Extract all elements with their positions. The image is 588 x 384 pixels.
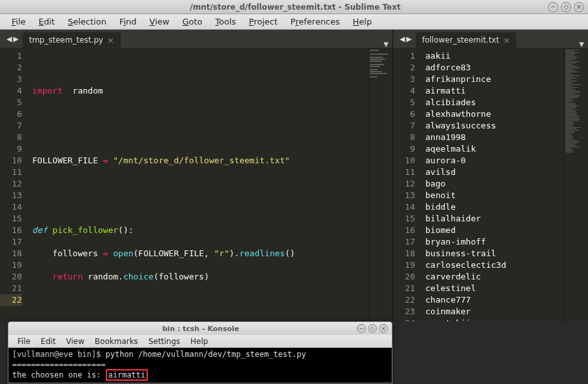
tab-followers[interactable]: follower_steemit.txt × [416,32,516,48]
gutter-left: 12345678910111213141516171819202122 [0,48,28,321]
list-item: afrikanprince [425,74,560,85]
editor-left[interactable]: 12345678910111213141516171819202122 impo… [0,48,392,321]
tab-close-icon[interactable]: × [503,35,510,45]
menu-project[interactable]: Project [243,15,285,28]
pane-right: ◀ ▶ follower_steemit.txt × ▼ 12345678910… [393,30,588,321]
konsole-menu-bookmarks[interactable]: Bookmarks [90,336,143,347]
window-titlebar: /mnt/store_d/follower_steemit.txt - Subl… [0,0,588,14]
list-item: celestinel [425,283,560,294]
window-controls: − ◇ × [548,2,584,12]
konsole-titlebar: bin : tcsh - Konsole − ◇ × [8,322,392,335]
konsole-minimize-button[interactable]: − [357,324,366,333]
menu-find[interactable]: Find [113,15,143,28]
maximize-button[interactable]: ◇ [561,2,571,12]
list-item: always1success [425,120,560,132]
list-item: anna1998 [425,132,560,143]
menubar: File Edit Selection Find View Goto Tools… [0,14,588,30]
tabbar-menu-icon[interactable]: ▼ [579,41,584,48]
pane-left: ◀ ▶ tmp_steem_test.py × ▼ 12345678910111… [0,30,393,321]
list-item: business-trail [425,248,560,259]
terminal-prompt: [vullmann@eve bin]$ [12,350,106,359]
tab-tmp-steem[interactable]: tmp_steem_test.py × [23,32,121,48]
list-item: benoit [425,190,560,201]
tab-prev-icon[interactable]: ◀ [6,35,12,43]
code-right[interactable]: aakiiadforce83afrikanprinceairmattialcib… [421,48,563,321]
close-button[interactable]: × [574,2,584,12]
tab-label: tmp_steem_test.py [29,35,103,45]
tabbar-right: ◀ ▶ follower_steemit.txt × ▼ [393,30,588,48]
gutter-right: 1234567891011121314151617181920212223242… [393,48,421,321]
terminal-result-label: the choosen one is: [12,370,106,379]
terminal-command: python /home/vullmann/dev/tmp_steem_test… [106,350,307,359]
list-item: aurora-0 [425,155,560,167]
list-item: chance777 [425,294,560,306]
konsole-maximize-button[interactable]: ◇ [368,324,377,333]
konsole-window: bin : tcsh - Konsole − ◇ × File Edit Vie… [8,321,392,383]
list-item: airmatti [425,85,560,97]
menu-goto[interactable]: Goto [176,15,208,28]
list-item: aqeelmalik [425,143,560,155]
list-item: avilsd [425,167,560,178]
menu-tools[interactable]: Tools [209,15,243,28]
tabbar-menu-icon[interactable]: ▼ [383,41,389,48]
list-item: carloseclectic3d [425,259,560,271]
list-item: carverdelic [425,271,560,283]
list-item: coinmaker [425,306,560,318]
list-item: bryan-imhoff [425,236,560,248]
window-title: /mnt/store_d/follower_steemit.txt - Subl… [43,3,548,12]
code-left[interactable]: import random FOLLOWER_FILE = "/mnt/stor… [28,48,368,321]
minimize-button[interactable]: − [548,2,558,12]
minimap-left[interactable] [368,48,392,321]
konsole-title: bin : tcsh - Konsole [45,325,357,333]
konsole-menubar: File Edit View Bookmarks Settings Help [8,335,392,348]
tabbar-left: ◀ ▶ tmp_steem_test.py × ▼ [0,30,392,48]
list-item: aakii [425,50,560,62]
menu-selection[interactable]: Selection [61,15,113,28]
konsole-menu-help[interactable]: Help [185,336,213,347]
list-item: alcibiades [425,97,560,108]
konsole-menu-file[interactable]: File [12,336,35,347]
list-item: bago [425,178,560,190]
terminal-result-value: airmatti [106,369,148,381]
konsole-terminal[interactable]: [vullmann@eve bin]$ python /home/vullman… [8,348,392,381]
terminal-separator: ==================== [12,359,388,370]
tab-prev-icon[interactable]: ◀ [400,35,405,43]
menu-view[interactable]: View [143,15,176,28]
menu-edit[interactable]: Edit [32,15,61,28]
konsole-menu-view[interactable]: View [61,336,89,347]
editor-right[interactable]: 1234567891011121314151617181920212223242… [393,48,588,321]
list-item: biomed [425,225,560,236]
list-item: bilalhaider [425,213,560,225]
konsole-menu-settings[interactable]: Settings [143,336,185,347]
list-item: cryptokiing [425,318,560,321]
konsole-menu-edit[interactable]: Edit [35,336,61,347]
minimap-right[interactable] [563,48,588,321]
list-item: adforce83 [425,62,560,74]
list-item: biddle [425,201,560,213]
tab-next-icon[interactable]: ▶ [13,35,18,43]
tab-label: follower_steemit.txt [422,35,499,45]
tab-close-icon[interactable]: × [107,35,114,45]
list-item: alexhawthorne [425,108,560,120]
menu-file[interactable]: File [5,15,32,28]
tab-next-icon[interactable]: ▶ [406,35,411,43]
menu-preferences[interactable]: Preferences [284,15,346,28]
menu-help[interactable]: Help [347,15,379,28]
konsole-close-button[interactable]: × [379,324,388,333]
editor-panes: ◀ ▶ tmp_steem_test.py × ▼ 12345678910111… [0,30,588,321]
